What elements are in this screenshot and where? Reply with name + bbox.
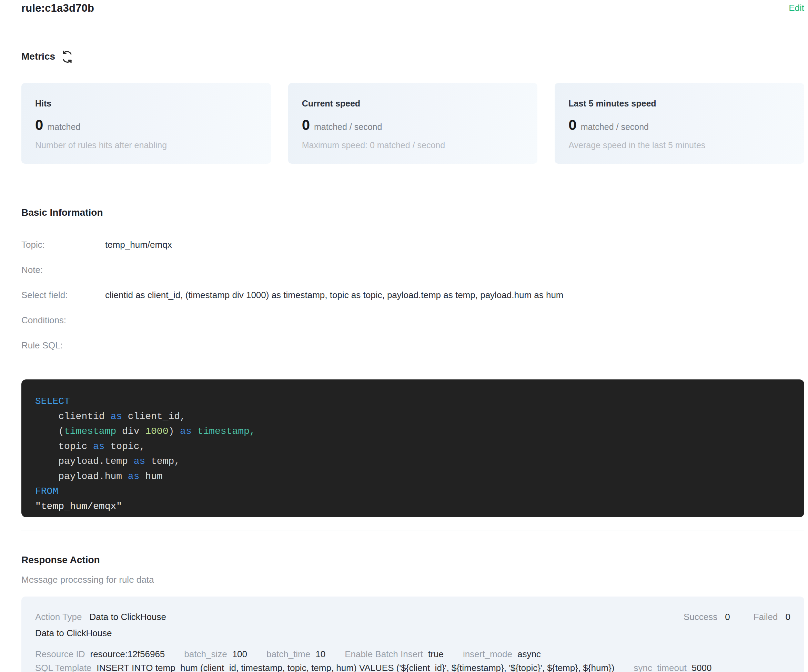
failed-label: Failed — [753, 612, 778, 622]
metric-description: Number of rules hits after enabling — [35, 140, 257, 150]
info-label: Rule SQL: — [22, 340, 105, 350]
info-value — [105, 265, 804, 275]
metric-cards: Hits 0 matched Number of rules hits afte… — [22, 83, 804, 164]
param-sync-timeout: sync_timeout5000 — [634, 662, 711, 672]
basic-information-rows: Topic: temp_hum/emqx Note: Select field:… — [22, 240, 804, 366]
divider — [22, 530, 804, 530]
param-value: true — [428, 649, 444, 659]
code-token: as — [134, 456, 145, 467]
param-value: 10 — [316, 649, 326, 659]
action-top-row: Action Type Data to ClickHouse Success 0… — [35, 612, 790, 622]
code-token: as — [180, 426, 192, 437]
code-line: topic as topic, — [35, 439, 790, 454]
param-label: batch_size — [184, 649, 227, 659]
code-token: SELECT — [35, 396, 70, 407]
rule-detail-page: rule:c1a3d70b Edit Metrics Hits 0 matche… — [0, 0, 808, 672]
info-label: Topic: — [22, 240, 105, 250]
metric-title: Hits — [35, 98, 257, 108]
metrics-header: Metrics — [22, 49, 804, 64]
metric-value: 0 — [568, 117, 576, 133]
code-token: 1000 — [145, 426, 168, 437]
rule-sql-code-block: SELECT clientid as client_id, (timestamp… — [22, 379, 804, 517]
code-token: ( — [35, 426, 64, 437]
metric-value: 0 — [35, 117, 43, 133]
metric-value-row: 0 matched — [35, 117, 257, 133]
metric-title: Current speed — [302, 98, 524, 108]
param-label: batch_time — [267, 649, 310, 659]
failed-count: 0 — [786, 612, 790, 622]
code-token: temp, — [145, 456, 180, 467]
code-token: hum — [139, 471, 162, 482]
code-line: SELECT — [35, 394, 790, 409]
code-token: client_id, — [122, 411, 186, 422]
action-type-value: Data to ClickHouse — [89, 612, 166, 622]
code-token: topic — [35, 441, 93, 452]
param-value: 100 — [232, 649, 247, 659]
metric-value: 0 — [302, 117, 310, 133]
action-name: Data to ClickHouse — [35, 628, 790, 639]
code-token: FROM — [35, 486, 58, 497]
divider — [22, 31, 804, 31]
info-value: clientid as client_id, (timestamp div 10… — [105, 290, 804, 300]
param-batch-time: batch_time10 — [267, 648, 326, 660]
code-token: as — [128, 471, 140, 482]
info-value — [105, 315, 804, 325]
metric-card-hits: Hits 0 matched Number of rules hits afte… — [22, 83, 271, 164]
param-value: resource:12f56965 — [90, 649, 165, 659]
success-count: 0 — [725, 612, 730, 622]
code-line: "temp_hum/emqx" — [35, 499, 790, 514]
info-label: Note: — [22, 265, 105, 275]
metrics-heading: Metrics — [22, 51, 55, 62]
response-action-card: Action Type Data to ClickHouse Success 0… — [22, 597, 804, 672]
response-action-heading: Response Action — [22, 554, 804, 565]
param-value: 5000 — [692, 663, 712, 672]
metric-card-current-speed: Current speed 0 matched / second Maximum… — [288, 83, 538, 164]
info-row-topic: Topic: temp_hum/emqx — [22, 240, 804, 250]
info-label: Select field: — [22, 290, 105, 300]
code-line: (timestamp div 1000) as timestamp, — [35, 424, 790, 439]
info-value: temp_hum/emqx — [105, 240, 804, 250]
metric-description: Maximum speed: 0 matched / second — [302, 140, 524, 150]
metric-value-row: 0 matched / second — [302, 117, 524, 133]
page-title: rule:c1a3d70b — [22, 2, 94, 15]
metric-unit: matched / second — [581, 122, 649, 132]
action-stats: Success 0 Failed 0 — [684, 612, 790, 622]
metric-unit: matched / second — [314, 122, 382, 132]
param-sql-template: SQL TemplateINSERT INTO temp_hum (client… — [35, 662, 614, 672]
code-token: as — [93, 441, 105, 452]
page-header: rule:c1a3d70b Edit — [22, 2, 804, 15]
refresh-icon[interactable] — [60, 50, 75, 64]
param-value: async — [518, 649, 541, 659]
edit-button[interactable]: Edit — [789, 3, 804, 13]
code-line: clientid as client_id, — [35, 409, 790, 424]
code-line: FROM — [35, 484, 790, 499]
metric-title: Last 5 minutes speed — [568, 98, 790, 108]
info-row-note: Note: — [22, 265, 804, 275]
param-label: insert_mode — [463, 649, 512, 659]
basic-information-heading: Basic Information — [22, 207, 804, 218]
param-insert-mode: insert_modeasync — [463, 648, 541, 660]
metric-description: Average speed in the last 5 minutes — [568, 140, 790, 150]
param-label: SQL Template — [35, 663, 91, 672]
code-token: timestamp, — [197, 426, 255, 437]
code-token: topic, — [105, 441, 145, 452]
info-value — [105, 340, 804, 350]
response-action-subtitle: Message processing for rule data — [22, 574, 804, 585]
code-token — [192, 426, 197, 437]
metric-card-last-5-minutes-speed: Last 5 minutes speed 0 matched / second … — [555, 83, 804, 164]
param-resource-id: Resource IDresource:12f56965 — [35, 648, 165, 660]
param-label: Enable Batch Insert — [345, 649, 423, 659]
param-enable-batch-insert: Enable Batch Inserttrue — [345, 648, 444, 660]
success-label: Success — [684, 612, 717, 622]
code-token: div — [116, 426, 145, 437]
info-row-conditions: Conditions: — [22, 315, 804, 325]
action-type-label: Action Type — [35, 612, 82, 622]
code-line: payload.hum as hum — [35, 469, 790, 484]
info-row-rule-sql: Rule SQL: — [22, 340, 804, 350]
code-token: timestamp — [64, 426, 116, 437]
info-label: Conditions: — [22, 315, 105, 325]
param-batch-size: batch_size100 — [184, 648, 247, 660]
code-token: ) — [168, 426, 180, 437]
info-row-select-field: Select field: clientid as client_id, (ti… — [22, 290, 804, 300]
action-params: Resource IDresource:12f56965 batch_size1… — [35, 648, 790, 672]
